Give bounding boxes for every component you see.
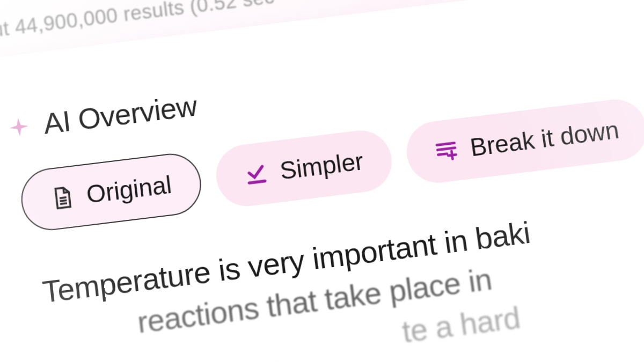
svg-line-5	[437, 148, 455, 150]
chip-original[interactable]: Original	[18, 150, 204, 233]
svg-line-6	[438, 154, 447, 155]
chip-break-it-down[interactable]: Break it down	[402, 96, 644, 186]
chip-simpler-label: Simpler	[279, 147, 365, 185]
ai-overview-title: AI Overview	[42, 89, 199, 141]
svg-line-2	[60, 203, 67, 204]
svg-line-8	[448, 154, 456, 156]
document-icon	[49, 184, 76, 211]
svg-line-3	[249, 181, 265, 183]
svg-line-4	[437, 143, 455, 145]
svg-line-1	[60, 200, 67, 201]
check-underline-icon	[243, 161, 269, 187]
svg-line-0	[60, 197, 67, 198]
ai-overview-card: AI Overview Original	[0, 0, 644, 362]
list-add-icon	[433, 138, 460, 164]
sparkle-icon	[6, 115, 31, 139]
chip-break-down-label: Break it down	[469, 116, 621, 162]
chip-simpler[interactable]: Simpler	[213, 127, 395, 210]
chip-original-label: Original	[85, 171, 173, 209]
